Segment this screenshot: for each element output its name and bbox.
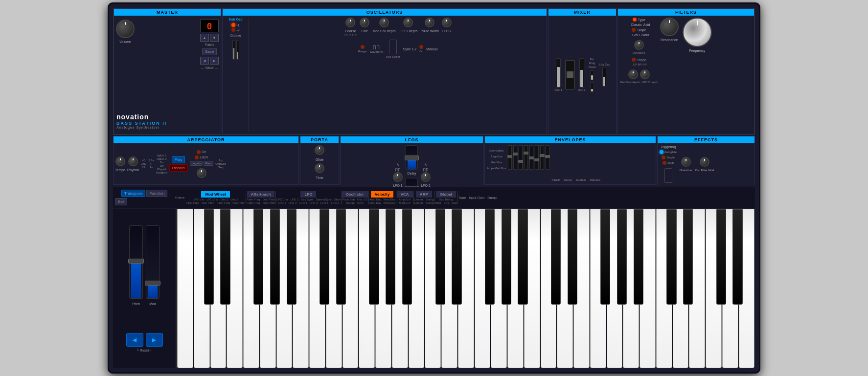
- lfo-tab[interactable]: LFO: [300, 191, 316, 198]
- display-up[interactable]: ▲: [200, 34, 209, 42]
- mod-env-depth-filter[interactable]: [628, 69, 638, 79]
- black-key[interactable]: [452, 209, 461, 305]
- record-button[interactable]: Record: [169, 164, 188, 172]
- sub-osc-fader2[interactable]: [236, 40, 239, 60]
- osc1-fine[interactable]: [360, 18, 369, 27]
- oscillator-tab[interactable]: Oscillator: [342, 191, 368, 198]
- resonance-knob[interactable]: [660, 18, 679, 36]
- osc1-fader[interactable]: [556, 58, 561, 88]
- arp-knob[interactable]: [197, 168, 206, 178]
- octave-up-button[interactable]: ►: [146, 333, 163, 347]
- osc1-lfo1[interactable]: [403, 18, 413, 27]
- black-key[interactable]: [551, 209, 561, 305]
- lfo2-rate[interactable]: [421, 172, 431, 182]
- env-fader-4[interactable]: [524, 145, 528, 170]
- arp-tab[interactable]: ARP: [416, 191, 432, 198]
- osc1-pulse-width[interactable]: [425, 18, 434, 27]
- vca-tab[interactable]: VCA: [397, 191, 413, 198]
- osc-filter-mod-knob[interactable]: [700, 157, 709, 167]
- black-key[interactable]: [518, 209, 527, 305]
- latch-led[interactable]: [195, 155, 199, 159]
- black-key[interactable]: [600, 209, 610, 305]
- slope-led[interactable]: [632, 28, 636, 32]
- frequency-knob[interactable]: [683, 18, 712, 47]
- lfo2-depth-filter[interactable]: [640, 69, 650, 79]
- env-fader-5[interactable]: [529, 145, 533, 170]
- env-fader-6[interactable]: [535, 145, 539, 170]
- osc1-lfo2[interactable]: [442, 18, 452, 27]
- global-tab[interactable]: Global: [436, 191, 456, 198]
- osc-select-switch[interactable]: [389, 40, 397, 54]
- glide-knob[interactable]: [315, 145, 324, 155]
- black-key[interactable]: [634, 209, 643, 305]
- black-key[interactable]: [435, 209, 445, 305]
- sub-osc-led1[interactable]: [231, 23, 235, 27]
- black-key[interactable]: [568, 209, 577, 305]
- black-key[interactable]: [270, 209, 280, 305]
- black-key[interactable]: [220, 209, 230, 305]
- env-fader-3[interactable]: [519, 145, 523, 170]
- black-key[interactable]: [386, 209, 395, 305]
- lfo-delay-fader[interactable]: [406, 145, 418, 170]
- black-key[interactable]: [204, 209, 214, 305]
- ext-fader[interactable]: [590, 70, 594, 80]
- env-fader-7[interactable]: [540, 145, 544, 170]
- black-key[interactable]: [716, 209, 726, 305]
- black-key[interactable]: [287, 209, 297, 305]
- sub-osc-led2[interactable]: [231, 28, 235, 32]
- autoglide-led[interactable]: [660, 150, 663, 154]
- keys-area[interactable]: [177, 209, 755, 368]
- distortion-knob[interactable]: [681, 157, 691, 167]
- prev-patch[interactable]: ◄: [200, 57, 209, 65]
- lfo1-rate[interactable]: [393, 172, 403, 182]
- env-fader-8[interactable]: [546, 145, 549, 170]
- trigger-switch[interactable]: [664, 168, 672, 183]
- rhythm-knob[interactable]: [128, 156, 138, 166]
- pitch-slider[interactable]: [129, 225, 143, 299]
- play-button[interactable]: Play: [172, 156, 185, 163]
- single-led[interactable]: [662, 155, 665, 159]
- black-key[interactable]: [502, 209, 511, 305]
- range-led[interactable]: [361, 45, 365, 49]
- overdrive-knob[interactable]: [634, 40, 644, 50]
- next-patch[interactable]: ►: [210, 57, 219, 65]
- osc1-mod-env[interactable]: [379, 18, 389, 27]
- black-key[interactable]: [485, 209, 495, 305]
- on-led[interactable]: [419, 45, 423, 49]
- black-key[interactable]: [683, 209, 693, 305]
- shape-led[interactable]: [632, 58, 636, 62]
- white-key[interactable]: [177, 209, 193, 368]
- type-led[interactable]: [633, 18, 637, 22]
- sub-osc-mix-fader[interactable]: [602, 67, 606, 87]
- sub-osc-fader1[interactable]: [232, 40, 235, 60]
- legato-button[interactable]: Legato: [190, 161, 203, 166]
- ring-fader[interactable]: [590, 82, 594, 92]
- black-key[interactable]: [732, 209, 742, 305]
- function-button[interactable]: Function: [146, 190, 167, 197]
- volume-knob[interactable]: [116, 20, 135, 38]
- black-key[interactable]: [666, 209, 676, 305]
- osc2-fader[interactable]: [579, 58, 584, 88]
- transpose-button[interactable]: Transpose: [121, 190, 146, 197]
- velocity-tab[interactable]: Velocity: [371, 191, 393, 198]
- black-key[interactable]: [369, 209, 379, 305]
- aftertouch-tab[interactable]: Aftertouch: [247, 191, 274, 198]
- mod-slider[interactable]: [146, 225, 160, 299]
- black-key[interactable]: [336, 209, 346, 305]
- rest-button[interactable]: Rest: [204, 161, 213, 166]
- black-key[interactable]: [253, 209, 263, 305]
- save-button[interactable]: Save: [202, 48, 217, 55]
- osc1-coarse[interactable]: [345, 18, 355, 27]
- time-knob[interactable]: [315, 163, 324, 173]
- tempo-knob[interactable]: [115, 156, 125, 166]
- display-dn[interactable]: ▼: [210, 34, 219, 42]
- multi-led[interactable]: [662, 161, 666, 165]
- black-key[interactable]: [320, 209, 329, 305]
- env-fader-1[interactable]: [508, 145, 512, 170]
- mod-wheel-tab[interactable]: Mod Wheel: [201, 191, 229, 198]
- env-fader-2[interactable]: [513, 145, 517, 170]
- octave-down-button[interactable]: ◄: [126, 333, 143, 347]
- exit-button[interactable]: Exit: [115, 198, 127, 205]
- black-key[interactable]: [402, 209, 412, 305]
- black-key[interactable]: [617, 209, 627, 305]
